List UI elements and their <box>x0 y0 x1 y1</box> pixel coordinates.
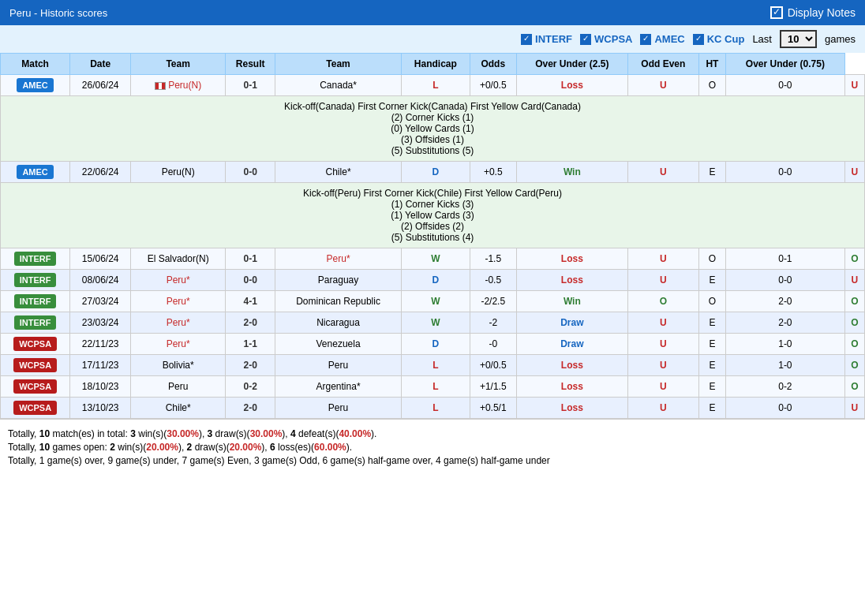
match-result: 0-2 <box>226 376 275 398</box>
odd-even: O <box>698 75 725 96</box>
over-under-075: U <box>844 398 864 419</box>
games-select[interactable]: 10 20 30 <box>780 30 817 48</box>
col-team-away: Team <box>275 54 402 75</box>
match-badge: WCPSA <box>1 376 70 398</box>
header: Peru - Historic scores Display Notes <box>0 0 865 25</box>
kc-cup-checkbox[interactable] <box>693 34 704 45</box>
amec-checkbox[interactable] <box>640 34 651 45</box>
team-home: Peru(N) <box>131 162 226 183</box>
over-under-25: U <box>627 334 698 355</box>
handicap: +0/0.5 <box>470 355 516 376</box>
col-team-home: Team <box>131 54 226 75</box>
col-over-under-075: Over Under (0.75) <box>726 54 844 75</box>
odds-outcome: Loss <box>516 376 627 398</box>
wl-indicator: L <box>401 398 470 419</box>
match-result: 0-0 <box>226 270 275 291</box>
over-under-25: O <box>627 291 698 312</box>
team-home: Peru* <box>131 270 226 291</box>
over-under-25: U <box>627 355 698 376</box>
team-away: Peru <box>275 398 402 419</box>
over-under-075: O <box>844 355 864 376</box>
page-title: Peru - Historic scores <box>9 7 107 19</box>
table-row: INTERF 08/06/24 Peru* 0-0 Paraguay D -0.… <box>1 270 865 291</box>
handicap: -0 <box>470 334 516 355</box>
interf-checkbox[interactable] <box>521 34 532 45</box>
match-result: 0-0 <box>226 162 275 183</box>
table-row: WCPSA 17/11/23 Bolivia* 2-0 Peru L +0/0.… <box>1 355 865 376</box>
over-under-075: O <box>844 376 864 398</box>
match-badge: AMEC <box>1 162 70 183</box>
handicap: -0.5 <box>470 270 516 291</box>
match-badge: INTERF <box>1 312 70 334</box>
col-match: Match <box>1 54 70 75</box>
team-away: Venezuela <box>275 334 402 355</box>
over-under-075: O <box>844 312 864 334</box>
display-notes-checkbox[interactable] <box>770 6 783 19</box>
ht-score: 0-0 <box>726 270 844 291</box>
handicap: -2/2.5 <box>470 291 516 312</box>
table-row: WCPSA 13/10/23 Chile* 2-0 Peru L +0.5/1 … <box>1 398 865 419</box>
wl-indicator: D <box>401 270 470 291</box>
match-date: 22/11/23 <box>70 334 131 355</box>
team-away: Chile* <box>275 162 402 183</box>
ht-score: 2-0 <box>726 312 844 334</box>
odds-outcome: Loss <box>516 75 627 96</box>
over-under-075: O <box>844 248 864 270</box>
filter-amec: AMEC <box>640 33 684 45</box>
wl-indicator: L <box>401 376 470 398</box>
over-under-25: U <box>627 270 698 291</box>
over-under-075: U <box>844 75 864 96</box>
match-date: 23/03/24 <box>70 312 131 334</box>
table-row: INTERF 15/06/24 El Salvador(N) 0-1 Peru*… <box>1 248 865 270</box>
wl-indicator: D <box>401 162 470 183</box>
handicap: +1/1.5 <box>470 376 516 398</box>
match-result: 0-1 <box>226 248 275 270</box>
peru-flag-icon <box>155 82 166 90</box>
over-under-25: U <box>627 248 698 270</box>
col-handicap: Handicap <box>401 54 470 75</box>
team-away: Canada* <box>275 75 402 96</box>
wcpsa-checkbox[interactable] <box>580 34 591 45</box>
match-badge: INTERF <box>1 248 70 270</box>
odds-outcome: Draw <box>516 312 627 334</box>
team-home: Peru* <box>131 312 226 334</box>
last-label: Last <box>752 33 772 45</box>
table-row: AMEC 22/06/24 Peru(N) 0-0 Chile* D +0.5 … <box>1 162 865 183</box>
odds-outcome: Win <box>516 291 627 312</box>
team-home: Chile* <box>131 398 226 419</box>
match-result: 1-1 <box>226 334 275 355</box>
table-row: WCPSA 18/10/23 Peru 0-2 Argentina* L +1/… <box>1 376 865 398</box>
match-date: 26/06/24 <box>70 75 131 96</box>
ht-score: 0-2 <box>726 376 844 398</box>
col-odds: Odds <box>470 54 516 75</box>
match-badge: WCPSA <box>1 398 70 419</box>
match-date: 17/11/23 <box>70 355 131 376</box>
amec-label: AMEC <box>654 33 684 45</box>
summary-line1: Totally, 10 match(es) in total: 3 win(s)… <box>8 428 857 439</box>
filter-bar: INTERF WCPSA AMEC KC Cup Last 10 20 30 g… <box>0 25 865 53</box>
match-badge: WCPSA <box>1 334 70 355</box>
ht-score: 0-1 <box>726 248 844 270</box>
handicap: -2 <box>470 312 516 334</box>
wl-indicator: L <box>401 75 470 96</box>
team-home: Bolivia* <box>131 355 226 376</box>
over-under-075: O <box>844 334 864 355</box>
table-row: INTERF 27/03/24 Peru* 4-1 Dominican Repu… <box>1 291 865 312</box>
odds-outcome: Loss <box>516 355 627 376</box>
team-home: El Salvador(N) <box>131 248 226 270</box>
over-under-25: U <box>627 376 698 398</box>
odds-outcome: Loss <box>516 270 627 291</box>
handicap: +0.5 <box>470 162 516 183</box>
filter-kc-cup: KC Cup <box>693 33 745 45</box>
display-notes-section: Display Notes <box>770 6 856 19</box>
games-label: games <box>825 33 856 45</box>
handicap: -1.5 <box>470 248 516 270</box>
summary-line3: Totally, 1 game(s) over, 9 game(s) under… <box>8 455 857 466</box>
team-home: Peru* <box>131 291 226 312</box>
match-result: 0-1 <box>226 75 275 96</box>
odds-outcome: Win <box>516 162 627 183</box>
odd-even: O <box>698 248 725 270</box>
team-away: Argentina* <box>275 376 402 398</box>
match-date: 15/06/24 <box>70 248 131 270</box>
match-result: 2-0 <box>226 355 275 376</box>
